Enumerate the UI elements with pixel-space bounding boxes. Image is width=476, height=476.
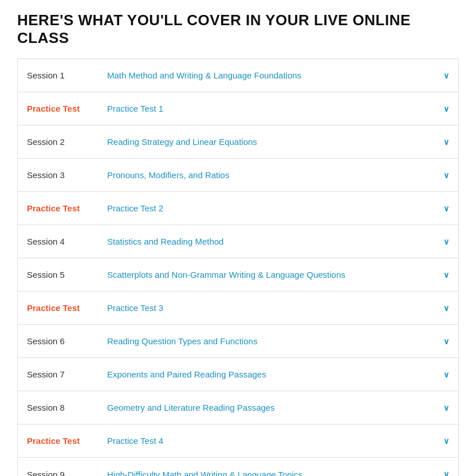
session-label: Session 7 [27,369,107,379]
session-label: Session 4 [27,237,107,246]
row-title: Reading Question Types and Functions [107,336,431,346]
curriculum-row[interactable]: Session 6Reading Question Types and Func… [18,325,458,358]
chevron-down-icon[interactable]: ∨ [435,304,449,313]
curriculum-row[interactable]: Practice TestPractice Test 1∨ [18,92,458,125]
chevron-down-icon[interactable]: ∨ [435,436,449,446]
curriculum-table: Session 1Math Method and Writing & Langu… [17,58,459,476]
row-title: Pronouns, Modifiers, and Ratios [107,170,431,180]
curriculum-row[interactable]: Session 5Scatterplots and Non-Grammar Wr… [18,258,458,292]
session-label: Session 6 [27,336,107,346]
chevron-down-icon[interactable]: ∨ [435,104,449,113]
session-label: Session 9 [27,470,107,477]
curriculum-row[interactable]: Practice TestPractice Test 3∨ [18,292,458,325]
page-heading: HERE'S WHAT YOU'LL COVER IN YOUR LIVE ON… [17,11,459,47]
row-title: Statistics and Reading Method [107,237,431,246]
curriculum-row[interactable]: Session 1Math Method and Writing & Langu… [18,59,458,92]
session-label: Session 3 [27,170,107,180]
curriculum-row[interactable]: Session 9High-Difficulty Math and Writin… [18,458,458,476]
chevron-down-icon[interactable]: ∨ [435,403,449,412]
curriculum-row[interactable]: Session 2Reading Strategy and Linear Equ… [18,125,458,159]
chevron-down-icon[interactable]: ∨ [435,137,449,147]
chevron-down-icon[interactable]: ∨ [435,237,449,246]
curriculum-row[interactable]: Practice TestPractice Test 2∨ [18,192,458,225]
practice-test-label: Practice Test [27,436,107,446]
chevron-down-icon[interactable]: ∨ [435,270,449,280]
row-title: Practice Test 4 [107,436,431,446]
row-title: Geometry and Literature Reading Passages [107,403,431,412]
row-title: Practice Test 1 [107,104,431,113]
row-title: Exponents and Paired Reading Passages [107,369,431,379]
chevron-down-icon[interactable]: ∨ [435,171,449,180]
row-title: Practice Test 2 [107,203,431,213]
practice-test-label: Practice Test [27,203,107,213]
chevron-down-icon[interactable]: ∨ [435,370,449,379]
curriculum-row[interactable]: Session 3Pronouns, Modifiers, and Ratios… [18,159,458,192]
chevron-down-icon[interactable]: ∨ [435,71,449,80]
row-title: Reading Strategy and Linear Equations [107,137,431,147]
row-title: Math Method and Writing & Language Found… [107,70,431,80]
page-container: HERE'S WHAT YOU'LL COVER IN YOUR LIVE ON… [0,0,476,476]
chevron-down-icon[interactable]: ∨ [435,337,449,346]
practice-test-label: Practice Test [27,303,107,313]
curriculum-row[interactable]: Session 8Geometry and Literature Reading… [18,391,458,424]
curriculum-row[interactable]: Session 7Exponents and Paired Reading Pa… [18,358,458,391]
session-label: Session 1 [27,70,107,80]
practice-test-label: Practice Test [27,104,107,113]
chevron-down-icon[interactable]: ∨ [435,470,449,476]
row-title: Practice Test 3 [107,303,431,313]
session-label: Session 2 [27,137,107,147]
chevron-down-icon[interactable]: ∨ [435,204,449,213]
session-label: Session 8 [27,403,107,412]
curriculum-row[interactable]: Session 4Statistics and Reading Method∨ [18,225,458,258]
curriculum-row[interactable]: Practice TestPractice Test 4∨ [18,424,458,458]
session-label: Session 5 [27,270,107,280]
row-title: High-Difficulty Math and Writing & Langu… [107,470,431,477]
row-title: Scatterplots and Non-Grammar Writing & L… [107,270,431,280]
